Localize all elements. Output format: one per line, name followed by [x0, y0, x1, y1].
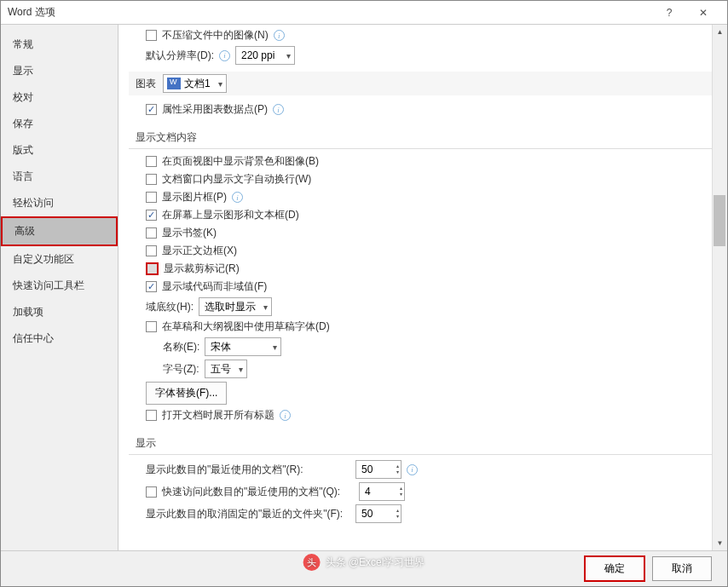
- checkbox-chart-prop[interactable]: [146, 104, 157, 115]
- scrollbar-vertical[interactable]: ▲ ▼: [712, 25, 727, 550]
- scroll-down-icon[interactable]: ▼: [713, 536, 727, 550]
- font-substitute-button[interactable]: 字体替换(F)...: [146, 382, 227, 405]
- word-doc-icon: [167, 78, 181, 89]
- section-display: 显示: [129, 433, 717, 455]
- help-button[interactable]: ?: [652, 1, 686, 25]
- sidebar-item-proofing[interactable]: 校对: [1, 84, 118, 111]
- checkbox-bg[interactable]: [146, 156, 157, 167]
- row-bg: 在页面视图中显示背景色和图像(B): [146, 154, 717, 169]
- checkbox-draft-font[interactable]: [146, 321, 157, 332]
- row-font-name: 名称(E): 宋体: [163, 337, 717, 356]
- chart-bar: 图表 文档1: [129, 72, 717, 95]
- info-icon[interactable]: [273, 104, 284, 115]
- checkbox-crop-marks[interactable]: [146, 262, 159, 275]
- row-fieldcode: 显示域代码而非域值(F): [146, 279, 717, 294]
- info-icon[interactable]: [232, 192, 243, 203]
- content-wrap: 不压缩文件中的图像(N) 默认分辨率(D): 220 ppi 图表 文档1 属性…: [118, 25, 727, 550]
- sidebar-item-trust-center[interactable]: 信任中心: [1, 325, 118, 352]
- content-panel: 不压缩文件中的图像(N) 默认分辨率(D): 220 ppi 图表 文档1 属性…: [118, 25, 727, 550]
- title-bar: Word 选项 ? ✕: [1, 1, 727, 25]
- checkbox-drawings[interactable]: [146, 210, 157, 221]
- row-bookmark: 显示书签(K): [146, 226, 717, 240]
- row-chart-prop: 属性采用图表数据点(P): [146, 102, 717, 117]
- row-default-res: 默认分辨率(D): 220 ppi: [146, 46, 717, 65]
- label-chart-prop: 属性采用图表数据点(P): [162, 102, 268, 117]
- window-title: Word 选项: [8, 5, 652, 20]
- checkbox-bound[interactable]: [146, 245, 157, 256]
- row-font-size: 字号(Z): 五号: [163, 360, 717, 378]
- row-bound: 显示正文边框(X): [146, 244, 717, 258]
- sidebar-item-language[interactable]: 语言: [1, 164, 118, 190]
- label-default-res: 默认分辨率(D):: [146, 49, 214, 63]
- info-icon[interactable]: [280, 410, 291, 421]
- sidebar-item-addins[interactable]: 加载项: [1, 299, 118, 325]
- info-icon[interactable]: [219, 50, 230, 61]
- close-button[interactable]: ✕: [686, 1, 720, 25]
- row-crop: 显示裁剪标记(R): [146, 262, 717, 276]
- sidebar-item-layout[interactable]: 版式: [1, 137, 118, 164]
- scroll-up-icon[interactable]: ▲: [713, 25, 727, 39]
- sidebar-item-quick-access[interactable]: 快速访问工具栏: [1, 273, 118, 299]
- row-recent-folders: 显示此数目的取消固定的"最近的文件夹"(F): 50: [146, 504, 717, 523]
- spinner-recent-docs[interactable]: 50: [355, 460, 402, 479]
- section-doc-content: 显示文档内容: [129, 127, 717, 149]
- cancel-button[interactable]: 取消: [652, 556, 712, 581]
- spinner-recent-folders[interactable]: 50: [355, 504, 402, 523]
- row-wrap: 文档窗口内显示文字自动换行(W): [146, 172, 717, 187]
- sidebar-item-save[interactable]: 保存: [1, 111, 118, 137]
- row-shade: 域底纹(H): 选取时显示: [146, 297, 717, 316]
- row-draft-font: 在草稿和大纲视图中使用草稿字体(D): [146, 319, 717, 334]
- checkbox-no-compress[interactable]: [146, 30, 157, 41]
- checkbox-picframe[interactable]: [146, 192, 157, 203]
- ok-button[interactable]: 确定: [584, 555, 645, 582]
- sidebar-item-advanced[interactable]: 高级: [1, 216, 118, 246]
- row-recent-docs: 显示此数目的"最近使用的文档"(R): 50: [146, 460, 717, 479]
- sidebar-item-display[interactable]: 显示: [1, 58, 118, 84]
- sidebar: 常规 显示 校对 保存 版式 语言 轻松访问 高级 自定义功能区 快速访问工具栏…: [1, 25, 118, 550]
- dropdown-chart-doc[interactable]: 文档1: [163, 74, 227, 93]
- main-area: 常规 显示 校对 保存 版式 语言 轻松访问 高级 自定义功能区 快速访问工具栏…: [1, 25, 727, 550]
- checkbox-wrap[interactable]: [146, 174, 157, 185]
- checkbox-quick-recent[interactable]: [146, 486, 157, 498]
- spinner-quick-recent[interactable]: 4: [359, 482, 405, 501]
- row-expand: 打开文档时展开所有标题: [146, 408, 717, 423]
- opt-no-compress: 不压缩文件中的图像(N): [146, 28, 717, 43]
- info-icon[interactable]: [407, 464, 418, 475]
- scroll-thumb[interactable]: [714, 195, 725, 246]
- sidebar-item-general[interactable]: 常规: [1, 32, 118, 58]
- checkbox-bookmark[interactable]: [146, 227, 157, 239]
- dialog-window: Word 选项 ? ✕ 常规 显示 校对 保存 版式 语言 轻松访问 高级 自定…: [0, 0, 728, 587]
- dropdown-font-name[interactable]: 宋体: [205, 337, 281, 356]
- row-quick-recent: 快速访问此数目的"最近使用的文档"(Q): 4: [146, 482, 717, 501]
- sidebar-item-customize-ribbon[interactable]: 自定义功能区: [1, 246, 118, 273]
- checkbox-expand-headings[interactable]: [146, 410, 157, 421]
- dialog-footer: 确定 取消: [1, 550, 727, 586]
- sidebar-item-accessibility[interactable]: 轻松访问: [1, 190, 118, 216]
- dropdown-field-shade[interactable]: 选取时显示: [199, 297, 272, 316]
- row-picframe: 显示图片框(P): [146, 190, 717, 204]
- row-font-sub: 字体替换(F)...: [146, 382, 717, 405]
- dropdown-font-size[interactable]: 五号: [205, 360, 247, 378]
- row-drawings: 在屏幕上显示图形和文本框(D): [146, 208, 717, 222]
- label-no-compress: 不压缩文件中的图像(N): [162, 28, 269, 43]
- dropdown-resolution[interactable]: 220 ppi: [235, 46, 295, 65]
- info-icon[interactable]: [274, 30, 285, 41]
- label-chart: 图表: [136, 77, 156, 91]
- checkbox-fieldcode[interactable]: [146, 281, 157, 292]
